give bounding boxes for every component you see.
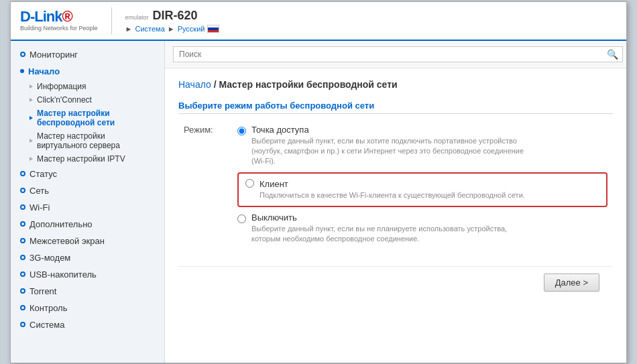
sidebar-label-network: Сеть bbox=[30, 186, 49, 196]
sidebar-item-torrent[interactable]: Torrent bbox=[11, 283, 164, 300]
sub-arrow-clicknconnect bbox=[30, 98, 33, 102]
sidebar-item-monitoring[interactable]: Мониторинг bbox=[11, 46, 164, 63]
firewall-icon bbox=[20, 238, 25, 243]
nav-sep2: ► bbox=[168, 25, 175, 33]
footer-bar: Далее > bbox=[178, 266, 613, 298]
home-icon bbox=[20, 69, 24, 73]
model-name: DIR-620 bbox=[153, 9, 198, 23]
system-icon bbox=[20, 322, 25, 327]
breadcrumb: Начало / Мастер настройки беспроводной с… bbox=[178, 79, 613, 90]
nav-links: ► Система ► Русский bbox=[125, 25, 220, 33]
sidebar-item-firewall[interactable]: Межсетевой экран bbox=[11, 233, 164, 249]
option-row-off: Выключить Выберите данный пункт, если вы… bbox=[237, 213, 607, 245]
header-divider bbox=[111, 7, 112, 34]
option-content-ap: Точка доступа Выберите данный пункт, есл… bbox=[251, 125, 533, 167]
option-row-client: Клиент Подключиться в качестве Wi-Fi-кли… bbox=[237, 172, 607, 207]
option-title-client[interactable]: Клиент bbox=[259, 179, 288, 189]
sidebar-label-wifi: Wi-Fi bbox=[30, 202, 50, 213]
radio-off[interactable] bbox=[237, 215, 246, 223]
sidebar: Мониторинг Начало Информация Click'n'Con… bbox=[11, 41, 165, 363]
sidebar-label-usb: USB-накопитель bbox=[30, 269, 97, 280]
sidebar-sub-home: Информация Click'n'Connect Мастер настро… bbox=[11, 80, 164, 166]
sidebar-item-3g[interactable]: 3G-модем bbox=[11, 249, 164, 266]
sidebar-item-info[interactable]: Информация bbox=[30, 80, 164, 93]
nav-separator: ► bbox=[125, 25, 133, 33]
sidebar-label-system: Система bbox=[30, 320, 64, 330]
3g-icon bbox=[20, 255, 25, 260]
sub-arrow-virtual-server bbox=[30, 139, 33, 143]
option-desc-client: Подключиться в качестве Wi-Fi-клиента к … bbox=[259, 190, 525, 200]
monitoring-icon bbox=[20, 52, 25, 57]
sidebar-item-iptv-wizard[interactable]: Мастер настройки IPTV bbox=[30, 152, 164, 166]
mode-label: Режим: bbox=[178, 122, 232, 253]
search-icon: 🔍 bbox=[607, 49, 618, 60]
sub-arrow-wireless-wizard bbox=[30, 116, 33, 120]
logo-reg: ® bbox=[62, 8, 72, 25]
sidebar-label-3g: 3G-модем bbox=[30, 253, 70, 263]
breadcrumb-current: Мастер настройки беспроводной сети bbox=[219, 79, 397, 90]
radio-client[interactable] bbox=[245, 179, 254, 188]
search-bar: 🔍 bbox=[165, 41, 626, 68]
sidebar-label-firewall: Межсетевой экран bbox=[30, 236, 105, 246]
sidebar-label-home: Начало bbox=[28, 66, 60, 76]
option-title-ap[interactable]: Точка доступа bbox=[251, 125, 309, 135]
sidebar-item-home[interactable]: Начало bbox=[11, 63, 164, 80]
search-input[interactable] bbox=[173, 46, 623, 62]
sidebar-item-clicknconnect[interactable]: Click'n'Connect bbox=[30, 93, 164, 107]
sidebar-label-clicknconnect: Click'n'Connect bbox=[37, 95, 92, 105]
sidebar-item-wifi[interactable]: Wi-Fi bbox=[11, 199, 164, 216]
sidebar-label-torrent: Torrent bbox=[30, 286, 56, 296]
nav-system-link[interactable]: Система bbox=[135, 25, 164, 33]
breadcrumb-home[interactable]: Начало bbox=[178, 79, 211, 90]
logo-subtitle: Building Networks for People bbox=[20, 25, 98, 32]
sub-arrow-info bbox=[30, 84, 33, 88]
dlink-logo: D-Link® bbox=[20, 9, 98, 24]
next-button[interactable]: Далее > bbox=[544, 274, 599, 292]
sidebar-item-control[interactable]: Контроль bbox=[11, 300, 164, 316]
sidebar-item-status[interactable]: Статус bbox=[11, 166, 164, 182]
option-title-off[interactable]: Выключить bbox=[251, 213, 297, 223]
sub-arrow-iptv bbox=[30, 157, 33, 161]
usb-icon bbox=[20, 271, 25, 277]
option-content-off: Выключить Выберите данный пункт, если вы… bbox=[251, 213, 533, 245]
sidebar-label-virtual-server: Мастер настройки виртуального сервера bbox=[37, 131, 155, 150]
sidebar-item-wireless-wizard[interactable]: Мастер настройки беспроводной сети bbox=[30, 107, 164, 129]
nav-language-link[interactable]: Русский bbox=[178, 25, 205, 33]
sidebar-item-virtual-server-wizard[interactable]: Мастер настройки виртуального сервера bbox=[30, 129, 164, 152]
option-row-ap: Точка доступа Выберите данный пункт, есл… bbox=[237, 125, 607, 167]
option-desc-ap: Выберите данный пункт, если вы хотите по… bbox=[251, 136, 533, 167]
sidebar-label-wireless-wizard: Мастер настройки беспроводной сети bbox=[37, 109, 155, 127]
main-content: 🔍 Начало / Мастер настройки беспроводной… bbox=[165, 41, 626, 363]
sidebar-label-control: Контроль bbox=[30, 303, 67, 313]
sidebar-item-network[interactable]: Сеть bbox=[11, 182, 164, 199]
section-title: Выберите режим работы беспроводной сети bbox=[178, 101, 613, 114]
emulator-label: emulator bbox=[125, 14, 149, 21]
sidebar-label-status: Статус bbox=[30, 169, 57, 179]
torrent-icon bbox=[20, 288, 25, 294]
radio-ap[interactable] bbox=[237, 127, 246, 135]
russian-flag-icon bbox=[207, 25, 219, 33]
mode-table: Режим: Точка доступа Выберите данный пун… bbox=[178, 122, 613, 253]
advanced-icon bbox=[20, 221, 25, 227]
sidebar-label-advanced: Дополнительно bbox=[30, 219, 93, 229]
sidebar-label-info: Информация bbox=[37, 82, 86, 91]
sidebar-item-system[interactable]: Система bbox=[11, 316, 164, 333]
network-icon bbox=[20, 188, 25, 193]
sidebar-label-monitoring: Мониторинг bbox=[30, 50, 78, 60]
sidebar-item-advanced[interactable]: Дополнительно bbox=[11, 216, 164, 233]
wifi-icon bbox=[20, 204, 25, 210]
control-icon bbox=[20, 305, 25, 310]
page-content: Начало / Мастер настройки беспроводной с… bbox=[165, 68, 626, 309]
sidebar-label-iptv: Мастер настройки IPTV bbox=[37, 154, 125, 164]
option-content-client: Клиент Подключиться в качестве Wi-Fi-кли… bbox=[259, 179, 525, 200]
options-col: Точка доступа Выберите данный пункт, есл… bbox=[232, 122, 613, 253]
option-desc-off: Выберите данный пункт, если вы не планир… bbox=[251, 224, 533, 245]
status-icon bbox=[20, 171, 25, 176]
sidebar-item-usb[interactable]: USB-накопитель bbox=[11, 266, 164, 283]
